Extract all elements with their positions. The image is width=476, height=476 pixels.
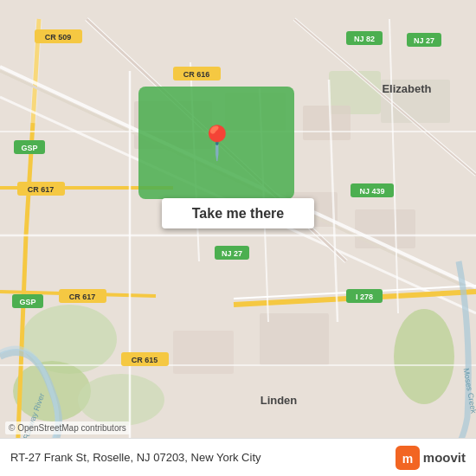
copyright-text: © OpenStreetMap contributors xyxy=(5,421,130,434)
svg-text:NJ 82: NJ 82 xyxy=(354,35,375,43)
svg-rect-12 xyxy=(260,313,329,365)
address-text: RT-27 Frank St, Roselle, NJ 07203, New Y… xyxy=(10,451,261,464)
svg-text:I 278: I 278 xyxy=(356,293,373,301)
svg-rect-11 xyxy=(355,209,415,248)
moovit-logo: m moovit xyxy=(396,446,466,470)
take-me-there-button[interactable]: Take me there xyxy=(162,198,314,228)
svg-rect-13 xyxy=(173,331,234,374)
svg-text:CR 617: CR 617 xyxy=(69,293,96,301)
svg-text:NJ 27: NJ 27 xyxy=(414,36,434,45)
moovit-brand-text: moovit xyxy=(423,450,466,465)
svg-text:NJ 27: NJ 27 xyxy=(222,249,242,258)
svg-point-3 xyxy=(394,309,454,404)
pin-highlight-area: 📍 xyxy=(138,87,294,199)
svg-text:CR 616: CR 616 xyxy=(183,70,210,79)
location-pin-icon: 📍 xyxy=(196,126,237,159)
svg-text:m: m xyxy=(402,451,413,465)
svg-point-5 xyxy=(78,374,164,426)
svg-text:Linden: Linden xyxy=(261,394,298,407)
map-container: CR 509 CR 616 NJ 82 NJ 27 GSP CR 617 NJ … xyxy=(0,0,476,476)
bottom-bar: RT-27 Frank St, Roselle, NJ 07203, New Y… xyxy=(0,438,476,476)
svg-text:GSP: GSP xyxy=(21,144,37,152)
svg-text:CR 617: CR 617 xyxy=(28,185,55,194)
svg-text:NJ 439: NJ 439 xyxy=(359,187,384,196)
svg-text:Elizabeth: Elizabeth xyxy=(382,82,431,95)
svg-rect-8 xyxy=(303,106,351,140)
moovit-icon: m xyxy=(396,446,420,470)
svg-text:CR 615: CR 615 xyxy=(132,356,158,364)
svg-text:GSP: GSP xyxy=(19,298,35,306)
svg-text:CR 509: CR 509 xyxy=(45,33,72,42)
